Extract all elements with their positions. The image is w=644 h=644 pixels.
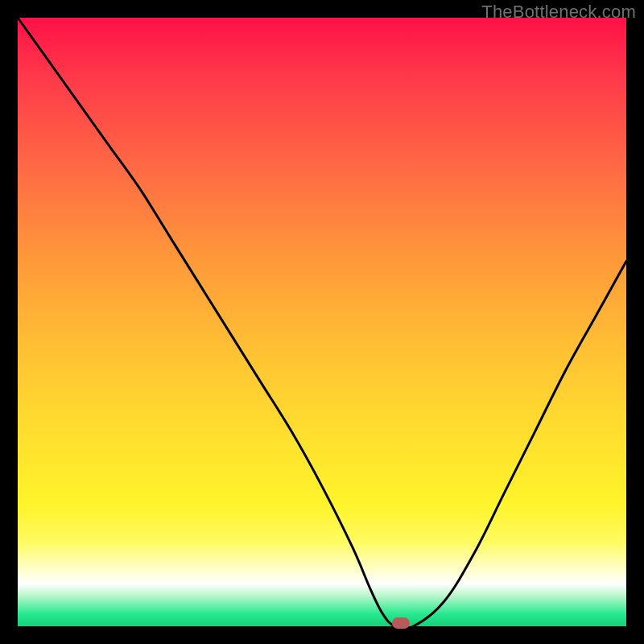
minimum-marker (392, 617, 410, 629)
bottleneck-curve (18, 18, 626, 626)
plot-area (18, 18, 626, 626)
chart-frame: TheBottleneck.com (0, 0, 644, 644)
